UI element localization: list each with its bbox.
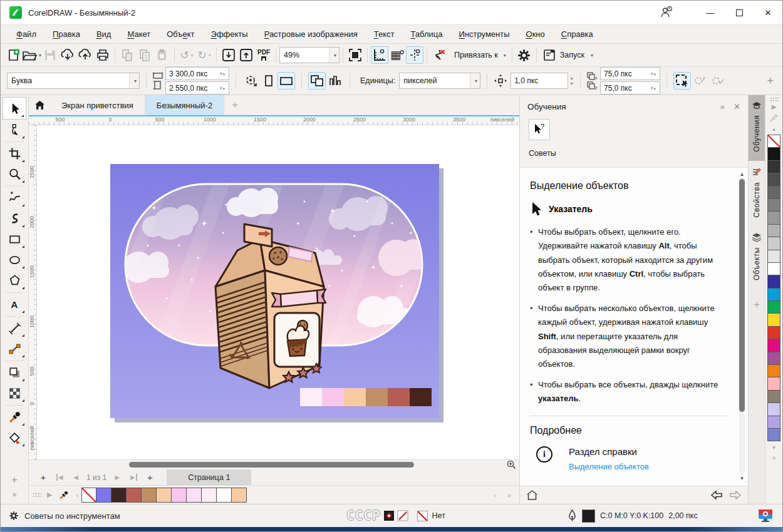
- palette-swatch[interactable]: [767, 147, 780, 160]
- edit-anchored-object-button[interactable]: [691, 72, 708, 90]
- new-document-button[interactable]: [4, 46, 22, 64]
- docker-close-icon[interactable]: ✕: [734, 102, 740, 111]
- show-guidelines-button[interactable]: [406, 46, 423, 64]
- menu-окно[interactable]: Окно: [518, 26, 553, 42]
- palette-swatch[interactable]: [767, 275, 780, 288]
- minimize-button[interactable]: —: [696, 1, 725, 24]
- save-button[interactable]: [41, 46, 59, 64]
- interactive-fill-tool[interactable]: [3, 427, 26, 448]
- menu-справка[interactable]: Справка: [553, 26, 601, 42]
- palette-swatch[interactable]: [767, 160, 780, 173]
- previous-page-button[interactable]: ◀: [68, 474, 84, 481]
- print-button[interactable]: [94, 46, 111, 64]
- import-button[interactable]: [220, 46, 237, 64]
- docker-tab-properties[interactable]: Свойства: [749, 161, 765, 227]
- menu-текст[interactable]: Текст: [366, 26, 403, 42]
- document-palette-swatch[interactable]: [202, 488, 217, 503]
- snap-to-dropdown[interactable]: Привязать к ▾: [448, 46, 509, 64]
- docker-scrollbar-thumb[interactable]: [739, 179, 745, 412]
- copy-button[interactable]: [136, 46, 153, 64]
- color-palette-eyedropper-icon[interactable]: [769, 113, 779, 123]
- add-page-button-left[interactable]: +: [35, 472, 51, 483]
- palette-swatch[interactable]: [767, 237, 780, 250]
- palette-swatch[interactable]: [767, 364, 780, 377]
- palette-eyedropper-icon[interactable]: [59, 490, 69, 500]
- scroll-up-arrow[interactable]: ▲: [738, 170, 746, 178]
- artwork-milk-carton-illustration[interactable]: [110, 164, 443, 422]
- polygon-tool[interactable]: [3, 270, 26, 291]
- page-size-dropdown[interactable]: ▾: [129, 73, 139, 88]
- palette-swatch[interactable]: [767, 402, 780, 416]
- toolbox-overflow-chevron[interactable]: »: [13, 490, 17, 499]
- maximize-button[interactable]: [725, 1, 754, 24]
- color-palette-expand[interactable]: »: [772, 453, 775, 462]
- palette-scroll-right[interactable]: ›: [490, 491, 499, 499]
- palette-swatch[interactable]: [767, 250, 780, 263]
- drop-shadow-tool[interactable]: [3, 362, 26, 383]
- palette-swatch[interactable]: [767, 300, 780, 314]
- menu-правка[interactable]: Правка: [44, 26, 88, 42]
- launcher-dropdown[interactable]: Запуск ▾: [540, 46, 596, 64]
- docker-scrollbar[interactable]: ▲ ▼: [738, 170, 746, 482]
- paste-button[interactable]: [153, 46, 171, 64]
- shape-tool[interactable]: [3, 120, 26, 140]
- color-palette-scroll-down[interactable]: ▼: [772, 443, 777, 453]
- document-palette-swatch[interactable]: [81, 488, 96, 503]
- hints-back-icon[interactable]: [710, 490, 723, 500]
- palette-swatch[interactable]: [767, 313, 780, 326]
- menu-вид[interactable]: Вид: [88, 26, 120, 42]
- horizontal-scrollbar[interactable]: [29, 459, 519, 469]
- next-page-button[interactable]: ▶: [109, 474, 125, 481]
- nudge-input[interactable]: 1,0 пкс: [511, 73, 568, 89]
- palette-swatch[interactable]: [767, 262, 780, 275]
- save-to-cloud-button[interactable]: [76, 46, 94, 64]
- publish-pdf-button[interactable]: PDF: [255, 46, 272, 64]
- connector-tool[interactable]: [3, 339, 26, 359]
- document-palette-swatch[interactable]: [157, 488, 172, 503]
- help-link[interactable]: Выделение объектов: [569, 462, 649, 471]
- document-palette-swatch[interactable]: [96, 488, 111, 503]
- palette-swatch[interactable]: [767, 416, 780, 429]
- palette-swatch[interactable]: [767, 224, 780, 237]
- menu-растровые-изображения[interactable]: Растровые изображения: [256, 26, 366, 42]
- vertical-ruler[interactable]: 25002000150010005000пикселей: [29, 125, 37, 459]
- show-grid-button[interactable]: ▦: [388, 46, 406, 64]
- color-palette-scroll-up[interactable]: ▲: [772, 125, 777, 134]
- palette-swatch[interactable]: [767, 428, 780, 441]
- treat-as-filled-toggle[interactable]: [673, 72, 691, 90]
- zoom-level-dropdown[interactable]: ▾: [329, 48, 339, 63]
- add-page-button-right[interactable]: +: [142, 472, 158, 483]
- open-from-cloud-button[interactable]: [59, 46, 76, 64]
- page-width-input[interactable]: 3 300,0 пкс▾▴: [165, 67, 229, 80]
- palette-swatch[interactable]: [767, 211, 780, 224]
- horizontal-ruler[interactable]: 5000500100015002000250030003500пикселей: [29, 116, 519, 125]
- palette-swatch[interactable]: [767, 390, 780, 403]
- menu-файл[interactable]: Файл: [8, 26, 44, 42]
- units-combo[interactable]: пикселей ▾: [399, 73, 480, 89]
- ellipse-tool[interactable]: [3, 250, 26, 270]
- palette-scroll-left[interactable]: ‹: [73, 491, 81, 499]
- options-button[interactable]: [516, 46, 533, 64]
- color-eyedropper-tool[interactable]: [3, 407, 26, 427]
- document-palette-swatch[interactable]: [187, 488, 202, 503]
- page-1-tab[interactable]: Страница 1: [167, 469, 251, 485]
- menu-макет[interactable]: Макет: [119, 26, 158, 42]
- palette-flyout-arrow[interactable]: ▶: [44, 491, 55, 499]
- home-tab[interactable]: [29, 95, 50, 115]
- account-icon[interactable]: [653, 4, 678, 21]
- document-palette-swatch[interactable]: [142, 488, 157, 503]
- zoom-fit-button[interactable]: [503, 460, 519, 469]
- palette-swatch[interactable]: [767, 339, 780, 352]
- palette-swatch[interactable]: [767, 326, 780, 339]
- add-docker-button[interactable]: +: [754, 299, 759, 310]
- zoom-level-combo[interactable]: 49% ▾: [279, 47, 340, 63]
- page-size-combo[interactable]: Буква ▾: [7, 73, 140, 89]
- last-page-button[interactable]: ▶: [125, 474, 142, 481]
- duplicate-x-input[interactable]: 75,0 пкс▾▴: [600, 67, 660, 80]
- horizontal-scrollbar-thumb[interactable]: [129, 462, 414, 468]
- palette-swatch[interactable]: [767, 377, 780, 390]
- landscape-orientation-button[interactable]: [277, 72, 295, 90]
- docker-collapse-icon[interactable]: »: [720, 102, 725, 111]
- menu-объект[interactable]: Объект: [158, 26, 202, 42]
- rectangle-tool[interactable]: [3, 229, 26, 250]
